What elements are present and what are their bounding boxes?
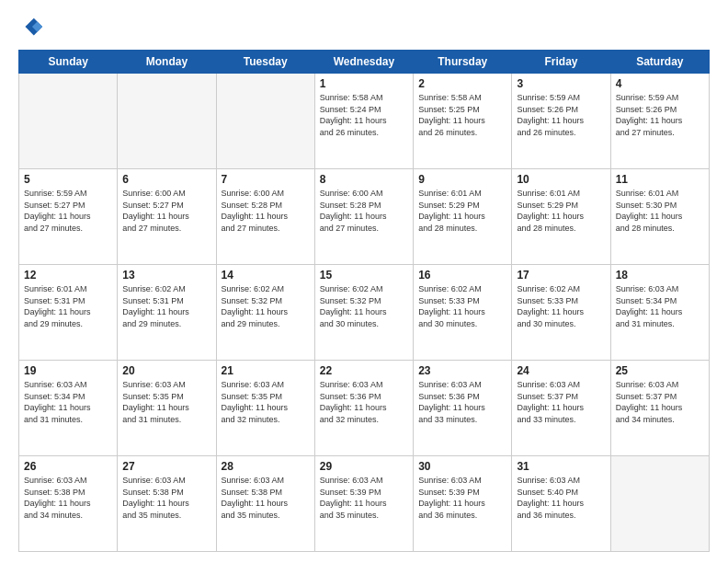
cell-info: Sunrise: 6:02 AM Sunset: 5:31 PM Dayligh… (122, 283, 210, 329)
calendar-cell: 18Sunrise: 6:03 AM Sunset: 5:34 PM Dayli… (610, 265, 709, 361)
calendar-cell: 22Sunrise: 6:03 AM Sunset: 5:36 PM Dayli… (314, 361, 413, 456)
day-number: 11 (616, 173, 704, 186)
day-number: 2 (418, 77, 506, 90)
header (18, 15, 710, 40)
calendar-cell (19, 74, 118, 169)
calendar-cell: 17Sunrise: 6:02 AM Sunset: 5:33 PM Dayli… (512, 265, 610, 361)
calendar-week-row: 26Sunrise: 6:03 AM Sunset: 5:38 PM Dayli… (19, 456, 710, 552)
cell-info: Sunrise: 6:01 AM Sunset: 5:31 PM Dayligh… (24, 283, 112, 329)
cell-info: Sunrise: 5:58 AM Sunset: 5:25 PM Dayligh… (418, 92, 506, 138)
calendar-cell: 5Sunrise: 5:59 AM Sunset: 5:27 PM Daylig… (19, 169, 118, 265)
cell-info: Sunrise: 6:00 AM Sunset: 5:28 PM Dayligh… (222, 188, 310, 234)
calendar-cell: 9Sunrise: 6:01 AM Sunset: 5:29 PM Daylig… (414, 169, 512, 265)
cell-info: Sunrise: 6:02 AM Sunset: 5:32 PM Dayligh… (222, 283, 310, 329)
day-number: 23 (418, 364, 506, 377)
day-number: 17 (517, 269, 605, 282)
cell-info: Sunrise: 6:00 AM Sunset: 5:28 PM Dayligh… (320, 188, 408, 234)
calendar-cell: 8Sunrise: 6:00 AM Sunset: 5:28 PM Daylig… (314, 169, 413, 265)
cell-info: Sunrise: 6:03 AM Sunset: 5:34 PM Dayligh… (616, 283, 704, 329)
day-number: 24 (517, 364, 605, 377)
cell-info: Sunrise: 5:58 AM Sunset: 5:24 PM Dayligh… (320, 92, 408, 138)
day-number: 16 (418, 269, 506, 282)
cell-info: Sunrise: 6:02 AM Sunset: 5:33 PM Dayligh… (517, 283, 605, 329)
day-number: 15 (320, 269, 408, 282)
cell-info: Sunrise: 6:02 AM Sunset: 5:33 PM Dayligh… (418, 283, 506, 329)
cell-info: Sunrise: 6:01 AM Sunset: 5:30 PM Dayligh… (616, 188, 704, 234)
calendar-cell: 15Sunrise: 6:02 AM Sunset: 5:32 PM Dayli… (314, 265, 413, 361)
page: SundayMondayTuesdayWednesdayThursdayFrid… (0, 0, 728, 563)
calendar-cell: 14Sunrise: 6:02 AM Sunset: 5:32 PM Dayli… (216, 265, 314, 361)
day-number: 1 (320, 77, 408, 90)
day-number: 29 (320, 460, 408, 473)
day-number: 13 (122, 269, 210, 282)
cell-info: Sunrise: 6:03 AM Sunset: 5:34 PM Dayligh… (24, 379, 112, 425)
day-number: 28 (222, 460, 310, 473)
cell-info: Sunrise: 6:03 AM Sunset: 5:38 PM Dayligh… (122, 475, 210, 521)
day-number: 10 (517, 173, 605, 186)
cell-info: Sunrise: 6:03 AM Sunset: 5:38 PM Dayligh… (24, 475, 112, 521)
cell-info: Sunrise: 6:03 AM Sunset: 5:38 PM Dayligh… (222, 475, 310, 521)
day-number: 9 (418, 173, 506, 186)
cell-info: Sunrise: 6:02 AM Sunset: 5:32 PM Dayligh… (320, 283, 408, 329)
day-header-tuesday: Tuesday (216, 51, 314, 74)
day-number: 18 (616, 269, 704, 282)
day-number: 20 (122, 364, 210, 377)
day-number: 31 (517, 460, 605, 473)
day-number: 12 (24, 269, 112, 282)
day-number: 30 (418, 460, 506, 473)
logo-icon (18, 15, 44, 40)
calendar-cell: 10Sunrise: 6:01 AM Sunset: 5:29 PM Dayli… (512, 169, 610, 265)
day-number: 26 (24, 460, 112, 473)
calendar-cell: 27Sunrise: 6:03 AM Sunset: 5:38 PM Dayli… (118, 456, 216, 552)
calendar-cell (216, 74, 314, 169)
day-header-wednesday: Wednesday (314, 51, 413, 74)
cell-info: Sunrise: 5:59 AM Sunset: 5:27 PM Dayligh… (24, 188, 112, 234)
calendar-week-row: 12Sunrise: 6:01 AM Sunset: 5:31 PM Dayli… (19, 265, 710, 361)
calendar-week-row: 1Sunrise: 5:58 AM Sunset: 5:24 PM Daylig… (19, 74, 710, 169)
day-number: 6 (122, 173, 210, 186)
calendar-cell: 25Sunrise: 6:03 AM Sunset: 5:37 PM Dayli… (610, 361, 709, 456)
logo (18, 15, 48, 40)
calendar-cell: 16Sunrise: 6:02 AM Sunset: 5:33 PM Dayli… (414, 265, 512, 361)
day-number: 5 (24, 173, 112, 186)
calendar-cell: 13Sunrise: 6:02 AM Sunset: 5:31 PM Dayli… (118, 265, 216, 361)
calendar-table: SundayMondayTuesdayWednesdayThursdayFrid… (18, 50, 710, 552)
day-number: 7 (222, 173, 310, 186)
cell-info: Sunrise: 6:01 AM Sunset: 5:29 PM Dayligh… (418, 188, 506, 234)
day-number: 27 (122, 460, 210, 473)
calendar-cell: 12Sunrise: 6:01 AM Sunset: 5:31 PM Dayli… (19, 265, 118, 361)
cell-info: Sunrise: 6:03 AM Sunset: 5:36 PM Dayligh… (320, 379, 408, 425)
calendar-cell: 21Sunrise: 6:03 AM Sunset: 5:35 PM Dayli… (216, 361, 314, 456)
calendar-week-row: 5Sunrise: 5:59 AM Sunset: 5:27 PM Daylig… (19, 169, 710, 265)
calendar-cell: 30Sunrise: 6:03 AM Sunset: 5:39 PM Dayli… (414, 456, 512, 552)
calendar-cell (610, 456, 709, 552)
day-number: 3 (517, 77, 605, 90)
calendar-cell: 29Sunrise: 6:03 AM Sunset: 5:39 PM Dayli… (314, 456, 413, 552)
day-number: 21 (222, 364, 310, 377)
cell-info: Sunrise: 6:03 AM Sunset: 5:36 PM Dayligh… (418, 379, 506, 425)
cell-info: Sunrise: 6:00 AM Sunset: 5:27 PM Dayligh… (122, 188, 210, 234)
calendar-header-row: SundayMondayTuesdayWednesdayThursdayFrid… (19, 51, 710, 74)
calendar-cell: 24Sunrise: 6:03 AM Sunset: 5:37 PM Dayli… (512, 361, 610, 456)
day-number: 25 (616, 364, 704, 377)
cell-info: Sunrise: 5:59 AM Sunset: 5:26 PM Dayligh… (616, 92, 704, 138)
day-number: 4 (616, 77, 704, 90)
calendar-cell (118, 74, 216, 169)
day-number: 22 (320, 364, 408, 377)
calendar-cell: 3Sunrise: 5:59 AM Sunset: 5:26 PM Daylig… (512, 74, 610, 169)
calendar-cell: 28Sunrise: 6:03 AM Sunset: 5:38 PM Dayli… (216, 456, 314, 552)
cell-info: Sunrise: 6:03 AM Sunset: 5:35 PM Dayligh… (122, 379, 210, 425)
day-number: 14 (222, 269, 310, 282)
calendar-cell: 31Sunrise: 6:03 AM Sunset: 5:40 PM Dayli… (512, 456, 610, 552)
day-number: 19 (24, 364, 112, 377)
cell-info: Sunrise: 6:03 AM Sunset: 5:35 PM Dayligh… (222, 379, 310, 425)
cell-info: Sunrise: 6:03 AM Sunset: 5:39 PM Dayligh… (418, 475, 506, 521)
cell-info: Sunrise: 6:03 AM Sunset: 5:37 PM Dayligh… (616, 379, 704, 425)
calendar-cell: 7Sunrise: 6:00 AM Sunset: 5:28 PM Daylig… (216, 169, 314, 265)
calendar-cell: 20Sunrise: 6:03 AM Sunset: 5:35 PM Dayli… (118, 361, 216, 456)
calendar-cell: 26Sunrise: 6:03 AM Sunset: 5:38 PM Dayli… (19, 456, 118, 552)
day-header-saturday: Saturday (610, 51, 709, 74)
calendar-cell: 4Sunrise: 5:59 AM Sunset: 5:26 PM Daylig… (610, 74, 709, 169)
cell-info: Sunrise: 6:03 AM Sunset: 5:37 PM Dayligh… (517, 379, 605, 425)
cell-info: Sunrise: 6:01 AM Sunset: 5:29 PM Dayligh… (517, 188, 605, 234)
